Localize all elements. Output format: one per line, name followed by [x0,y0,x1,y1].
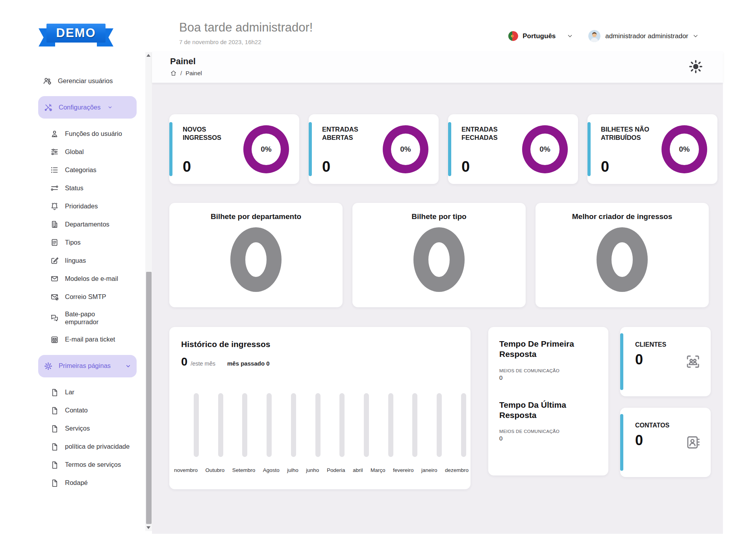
contatos-card: CONTATOS0 [620,408,711,477]
stat-card-entradas-fechadas: ENTRADAS FECHADAS00% [448,114,578,184]
page-title: Painel [170,56,196,67]
sidebar-item-email-para-ticket[interactable]: E-mail para ticket [45,332,137,347]
sidebar-item-primeiras-paginas[interactable]: Primeiras páginas [38,355,137,377]
sidebar-item-termos-de-servicos[interactable]: Termos de serviços [45,457,137,473]
month-label: Setembro [232,467,256,473]
charts-row: Bilhete por departamentoBilhete por tipo… [169,203,709,307]
stat-donut-chart: 0% [662,125,707,173]
breadcrumb-current: Painel [185,70,202,76]
history-month-labels: novembroOutubroSetembroAgostojulhojunhoP… [174,467,469,473]
demo-logo: DEMO [39,23,113,47]
mail-icon [50,274,59,283]
accent-bar [620,333,623,390]
document-icon [50,238,59,247]
user-role-icon [50,129,59,138]
month-label: fevereiro [393,467,414,473]
history-bar [364,393,369,457]
sidebar-item-servicos[interactable]: Serviços [45,421,137,436]
users-icon [43,76,52,85]
stat-donut-chart: 0% [383,125,428,173]
accent-bar [309,122,312,176]
sidebar-item-correio-smtp[interactable]: Correio SMTP [45,289,137,305]
accent-bar [169,122,172,176]
theme-toggle-button[interactable] [688,59,703,74]
chat-icon [50,314,59,323]
month-label: Poderia [327,467,345,473]
bell-icon [50,202,59,211]
stat-card-novos-ingressos: NOVOS INGRESSOS00% [169,114,299,184]
sliders-icon [50,147,59,156]
sidebar-item-modelos-de-email[interactable]: Modelos de e-mail [45,271,137,286]
sidebar-item-departamentos[interactable]: Departamentos [45,217,137,232]
section-value: 0 [499,435,597,442]
history-this-month-value: 0 [181,355,187,368]
history-bar-chart [194,393,466,457]
gear-icon [44,362,53,371]
sun-icon [688,59,703,74]
mail-check-icon [50,292,59,301]
edit-icon [50,256,59,265]
sidebar-item-linguas[interactable]: línguas [45,253,137,268]
accent-bar [587,122,591,176]
file-icon [50,442,59,451]
chart-title: Melhor criador de ingressos [572,212,672,221]
clientes-card: CLIENTES0 [620,327,711,396]
sidebar-item-rodape[interactable]: Rodapé [45,475,137,491]
sidebar-item-status[interactable]: Status [45,180,137,196]
status-icon [50,184,59,193]
section-subtitle: MEIOS DE COMUNICAÇÃO [499,429,597,434]
user-menu[interactable]: administrador administrador [588,30,699,42]
response-time-card: Tempo De Primeira RespostaMEIOS DE COMUN… [488,327,608,475]
sidebar-item-lar[interactable]: Lar [45,385,137,400]
app-header: DEMO Boa tarde administrador! 7 de novem… [0,0,756,51]
accent-bar [620,414,623,471]
sidebar-item-configuracoes[interactable]: Configurações [38,96,137,119]
history-bar [267,393,272,457]
scrollbar-thumb[interactable] [146,272,152,524]
home-icon[interactable] [170,70,177,76]
history-this-month-label: /este mês [191,360,215,367]
sidebar-item-contato[interactable]: Contato [45,403,137,418]
chart-card-bilhete-por-tipo: Bilhete por tipo [352,203,526,307]
mini-card-label: CONTATOS [635,422,669,429]
scroll-down-arrow-icon[interactable] [146,526,150,529]
sidebar-item-categorias[interactable]: Categorias [45,162,137,178]
mini-card-value: 0 [635,432,643,449]
stat-value: 0 [461,158,470,175]
sidebar-item-gerenciar-usuarios[interactable]: Gerenciar usuários [38,73,137,89]
stat-card-bilhetes-nao-atribuidos: BILHETES NÃO ATRIBUÍDOS00% [587,114,717,184]
sidebar-item-tipos[interactable]: Tipos [45,235,137,250]
sidebar-item-global[interactable]: Global [45,144,137,160]
sidebar-menu: Gerenciar usuáriosConfiguraçõesFunções d… [38,73,145,491]
stat-label: ENTRADAS FECHADAS [461,125,524,142]
history-bar [218,393,223,457]
language-selector[interactable]: Português [508,31,573,41]
history-bar [461,393,466,457]
user-name: administrador administrador [605,32,688,40]
history-bar [437,393,442,457]
stat-value: 0 [322,158,330,175]
scroll-up-arrow-icon[interactable] [146,54,150,57]
history-bar [291,393,296,457]
stat-donut-chart: 0% [522,125,568,173]
clients-icon [685,353,701,370]
stat-label: ENTRADAS ABERTAS [322,125,385,142]
ticket-history-card: Histórico de ingressos 0 /este mês mês p… [169,327,471,489]
sidebar-item-prioridades[interactable]: Prioridades [45,199,137,214]
sidebar-scrollbar[interactable] [145,52,152,531]
sidebar-item-politica-de-privacidade[interactable]: política de privacidade [45,439,137,455]
section-tempo-primeira-resposta: Tempo De Primeira RespostaMEIOS DE COMUN… [499,339,597,381]
empty-donut-chart [230,227,282,292]
contacts-icon [685,434,701,451]
building-icon [50,220,59,229]
chart-title: Bilhete por tipo [411,212,466,221]
history-bar [194,393,199,457]
history-bar [388,393,393,457]
sidebar-item-bate-papo-empurrador[interactable]: Bate-papo empurrador [45,307,137,329]
stat-donut-chart: 0% [243,125,289,173]
chart-card-bilhete-por-departamento: Bilhete por departamento [169,203,343,307]
stat-label: NOVOS INGRESSOS [183,125,246,142]
list-icon [50,165,59,175]
mini-card-value: 0 [635,351,643,368]
sidebar-item-funcoes-do-usuario[interactable]: Funções do usuário [45,126,137,141]
